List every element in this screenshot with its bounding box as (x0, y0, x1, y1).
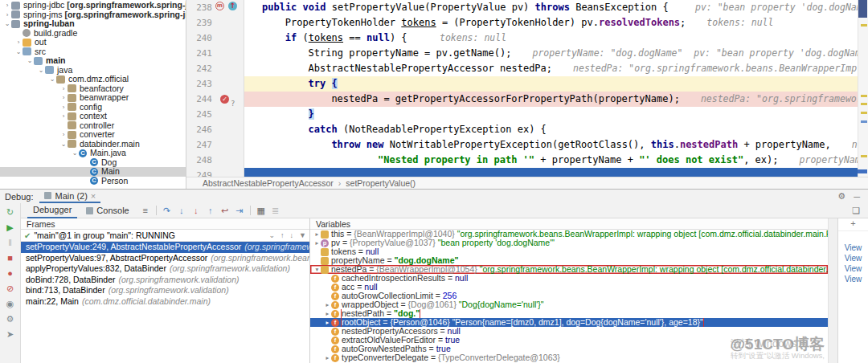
view-link[interactable]: View (845, 243, 862, 253)
code-line-244[interactable]: 244✓?nestedPa = getPropertyAccessorForPr… (186, 92, 868, 107)
chevron-right-icon[interactable]: ▸ (324, 318, 331, 327)
tree-item-src[interactable]: ⌄src (0, 47, 186, 57)
tree-item-spring-jdbc[interactable]: ›spring-jdbc[org.springframework.spring-… (0, 1, 186, 10)
view-breakpoints-icon[interactable]: ● (7, 267, 13, 282)
thread-selector[interactable]: ✔ "main"@1 in group "main": RUNNING ⌄ ↑ … (21, 230, 309, 242)
tree-item-context[interactable]: ›context (0, 112, 186, 121)
tree-item-out[interactable]: ›out (0, 38, 186, 47)
variable-row-wrappedObject[interactable]: ▸fwrappedObject = {Dog@1061} "Dog{dogNam… (310, 300, 828, 309)
code-line-239[interactable]: 239PropertyTokenHolder tokens = (Propert… (186, 15, 868, 31)
chevron-right-icon[interactable]: ▸ (324, 300, 331, 309)
variable-row-nestedPa[interactable]: ▾nestedPa = {BeanWrapperImpl@1054} "org.… (310, 265, 828, 274)
code-line-238[interactable]: 238m↑public void setPropertyValue(Proper… (186, 0, 868, 15)
chevron-down-icon[interactable]: ⌄ (37, 66, 45, 75)
tree-item-build-gradle[interactable]: build.gradle (0, 29, 186, 39)
tree-item-beanwrapper[interactable]: ›beanwrapper (0, 93, 186, 103)
tab-console[interactable]: Console (80, 203, 134, 218)
evaluate-expression-icon[interactable]: ▦ (254, 206, 268, 216)
code-line-247[interactable]: 247throw new NotWritablePropertyExceptio… (186, 137, 868, 153)
chevron-right-icon[interactable]: › (59, 93, 68, 103)
variable-row-extractOldValueForEditor[interactable]: fextractOldValueForEditor = true (310, 336, 828, 345)
restore-layout-icon[interactable]: ❏ (852, 206, 860, 216)
breakpoint-icon[interactable]: ✓ (220, 95, 229, 104)
chevron-right-icon[interactable]: › (3, 10, 11, 20)
chevron-right-icon[interactable]: › (14, 38, 23, 47)
frame-row[interactable]: bind:713, DataBinder(org.springframework… (21, 285, 309, 296)
gear-icon[interactable]: ⚙ (837, 191, 845, 202)
chevron-right-icon[interactable]: ▸ (313, 230, 321, 239)
variable-row-autoGrowCollectionLimit[interactable]: fautoGrowCollectionLimit = 256 (310, 292, 828, 300)
view-link[interactable]: View (845, 253, 862, 263)
editor-scrollbar[interactable] (858, 0, 868, 177)
variable-row-nestedPath[interactable]: ▸fnestedPath = "dog." (310, 309, 828, 318)
code-line-243[interactable]: 243try { (186, 76, 868, 92)
chevron-down-icon[interactable]: ⌄ (3, 19, 11, 29)
variable-row-typeConverterDelegate[interactable]: ▸ftypeConverterDelegate = {TypeConverter… (310, 353, 828, 362)
tree-item-main-java[interactable]: ⌄CMain.java (0, 149, 186, 158)
tree-item-person[interactable]: CPerson (0, 177, 186, 186)
chevron-right-icon[interactable]: › (59, 84, 68, 94)
pause-icon[interactable]: ‖ (8, 236, 12, 251)
variable-row-acc[interactable]: facc = null (310, 283, 828, 292)
scrollbar-thumb[interactable] (858, 0, 867, 18)
chevron-down-icon[interactable]: ⌄ (59, 140, 68, 149)
debug-settings-icon[interactable]: ⚙ (6, 312, 14, 328)
code-line-248[interactable]: 248"Nested property in path '" + propert… (186, 153, 868, 168)
breadcrumb-method[interactable]: setPropertyValue() (346, 178, 416, 188)
step-out-icon[interactable]: ↑ (203, 206, 218, 215)
minimize-icon[interactable]: ─ (854, 192, 860, 202)
view-link[interactable]: View (845, 263, 862, 274)
frame-row[interactable]: setPropertyValue:249, AbstractNestablePr… (21, 242, 309, 253)
chevron-down-icon[interactable]: ⌄ (269, 231, 276, 239)
chevron-down-icon[interactable]: ⌄ (14, 47, 23, 57)
variable-row-tokens[interactable]: tokens = null (310, 247, 828, 256)
stop-icon[interactable]: ■ (7, 251, 13, 267)
code-line-241[interactable]: 241String propertyName = pv.getName();pr… (186, 46, 868, 61)
view-link[interactable]: View (845, 274, 862, 284)
code-line-245[interactable]: 245} (186, 107, 868, 122)
resume-icon[interactable]: ▶ (6, 221, 13, 236)
force-step-into-icon[interactable]: ↓ (189, 206, 203, 215)
frame-down-icon[interactable]: ↓ (290, 231, 294, 239)
chevron-right-icon[interactable]: ▸ (324, 353, 331, 362)
overriding-method-icon[interactable]: m (215, 2, 224, 10)
frame-row[interactable]: main:22, Main(com.dmz.official.databinde… (21, 296, 309, 308)
chevron-down-icon[interactable]: ⌄ (48, 75, 56, 84)
tree-item-converter[interactable]: ›converter (0, 130, 186, 140)
code-line-242[interactable]: 242AbstractNestablePropertyAccessor nest… (186, 61, 868, 76)
step-into-icon[interactable]: ↓ (174, 206, 189, 215)
variable-row-autoGrowNestedPaths[interactable]: fautoGrowNestedPaths = true (310, 345, 828, 353)
chevron-down-icon[interactable]: ⌄ (71, 149, 79, 158)
add-watch-icon[interactable]: + (838, 218, 868, 231)
frame-row[interactable]: doBind:728, DataBinder(org.springframewo… (21, 275, 309, 286)
run-to-cursor-icon[interactable]: ⇥ (232, 206, 247, 216)
filter-icon[interactable]: ▼ (299, 231, 306, 239)
chevron-right-icon[interactable]: › (59, 130, 68, 140)
tree-item-dog[interactable]: CDog (0, 158, 186, 168)
frame-row[interactable]: applyPropertyValues:832, DataBinder(org.… (21, 263, 309, 275)
tab-debugger[interactable]: Debugger (27, 203, 77, 218)
tree-item-spring-luban[interactable]: ⌄spring-luban (0, 19, 186, 29)
variable-row-rootObject[interactable]: ▸frootObject = {Person@1046} "Person{nam… (310, 318, 828, 327)
implementing-marker-icon[interactable]: ↑ (228, 2, 237, 10)
drop-frame-icon[interactable]: ↩ (218, 206, 232, 216)
tree-item-main[interactable]: ⌄main (0, 56, 186, 66)
close-icon[interactable]: × (91, 191, 96, 201)
frame-up-icon[interactable]: ↑ (280, 231, 285, 239)
layout-settings-icon[interactable]: ≡ (138, 206, 153, 215)
code-editor[interactable]: 238m↑public void setPropertyValue(Proper… (186, 0, 868, 189)
variables-scrollbar[interactable] (828, 218, 837, 363)
chevron-right-icon[interactable]: ▸ (324, 309, 331, 318)
chevron-right-icon[interactable]: › (59, 112, 68, 121)
code-line-240[interactable]: 240if (tokens == null) { tokens: null (186, 31, 868, 46)
mute-breakpoints-icon[interactable]: ⊘ (6, 282, 14, 297)
frame-row[interactable]: setPropertyValues:97, AbstractPropertyAc… (21, 253, 309, 264)
tree-item-com-dmz-official[interactable]: ⌄com.dmz.official (0, 75, 186, 84)
step-over-icon[interactable]: ↷ (160, 206, 174, 216)
variable-row-pv[interactable]: ▸ppv = {PropertyValue@1037} "bean proper… (310, 239, 828, 247)
chevron-right-icon[interactable]: ▸ (313, 239, 321, 247)
variable-row-cachedIntrospectionResults[interactable]: fcachedIntrospectionResults = null (310, 274, 828, 283)
thread-dump-icon[interactable]: ◉ (6, 297, 14, 312)
variable-row-nestedPropertyAccessors[interactable]: fnestedPropertyAccessors = null (310, 327, 828, 336)
tree-item-main[interactable]: CMain (0, 167, 186, 177)
